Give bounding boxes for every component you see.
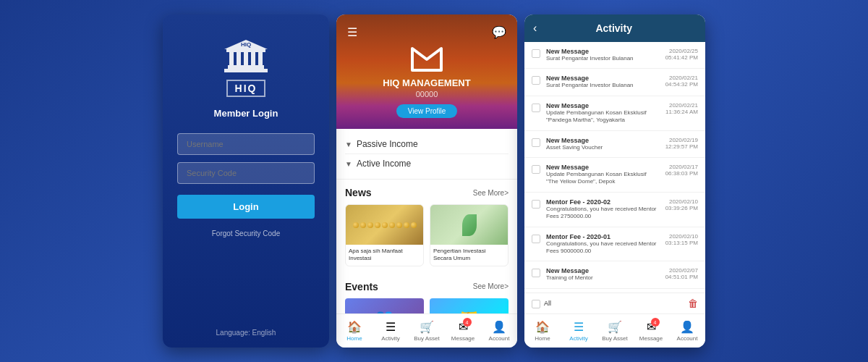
news-section: News See More> Apa saja sih Manfaat Inve… (336, 180, 517, 274)
nav-account[interactable]: 👤 Account (481, 319, 517, 343)
login-button[interactable]: Login (177, 195, 315, 219)
activity-list-item[interactable]: Mentor Fee - 2020-02 Congratulations, yo… (524, 193, 705, 227)
activity-list-item[interactable]: New Message Update Pembangunan Kosan Eks… (524, 158, 705, 193)
chat-icon[interactable]: 💬 (492, 25, 506, 39)
activity-header: ‹ Activity (524, 14, 705, 42)
coins-decoration (353, 222, 417, 228)
hamburger-icon[interactable]: ☰ (347, 25, 357, 39)
nav-home[interactable]: 🏠 Home (336, 319, 373, 343)
news-see-more-link[interactable]: See More> (473, 189, 509, 197)
activity-date-5: 2020/02/1003:39:26 PM (665, 198, 698, 211)
buy-asset-nav-label-2: Buy Asset (602, 335, 628, 342)
activity-desc-4: Update Pembangunan Kosan Eksklusif "The … (546, 171, 660, 186)
activity-checkbox-4[interactable] (532, 165, 540, 174)
activity-date-3: 2020/02/1912:29:57 PM (665, 137, 698, 150)
nav-home-activity[interactable]: 🏠 Home (524, 319, 561, 343)
back-button[interactable]: ‹ (533, 22, 537, 35)
activity-list-item[interactable]: New Message Training of Mentor 2020/02/0… (524, 261, 705, 288)
event-card-2[interactable]: 🤝 (430, 298, 509, 313)
news-section-title: News (345, 187, 372, 198)
events-section: Events See More> 👥 🤝 (336, 274, 517, 313)
forgot-security-link[interactable]: Forgot Security Code (212, 230, 281, 237)
news-section-header: News See More> (345, 187, 509, 198)
activity-type-5: Mentor Fee - 2020-02 (546, 198, 660, 206)
news-card-2[interactable]: Pengertian Investasi Secara Umum (430, 204, 509, 266)
activity-date-6: 2020/02/1003:13:15 PM (665, 233, 698, 246)
activity-checkbox-2[interactable] (532, 104, 540, 112)
activity-checkbox-0[interactable] (532, 49, 540, 58)
activity-checkbox-3[interactable] (532, 138, 540, 147)
nav-activity-active[interactable]: ☰ Activity (561, 319, 597, 343)
activity-checkbox-6[interactable] (532, 235, 540, 243)
buy-asset-nav-label: Buy Asset (414, 335, 440, 342)
activity-desc-6: Congratulations, you have received Mento… (546, 240, 660, 256)
activity-list-item[interactable]: New Message Surat Pengantar Investor Bul… (524, 42, 705, 69)
activity-checkbox-5[interactable] (532, 200, 540, 209)
account-nav-icon-2: 👤 (680, 320, 694, 334)
message-badge-2: 4 (651, 318, 660, 327)
all-label: All (544, 300, 551, 307)
event-card-1[interactable]: 👥 (345, 298, 424, 313)
activity-type-2: New Message (546, 102, 660, 109)
svg-rect-3 (237, 52, 241, 65)
news-card-1[interactable]: Apa saja sih Manfaat Investasi (345, 204, 424, 266)
income-section: ▼ Passive Income ▼ Active Income (336, 129, 517, 180)
activity-content-6: Mentor Fee - 2020-01 Congratulations, yo… (546, 233, 660, 256)
delete-icon[interactable]: 🗑 (688, 298, 698, 309)
activity-list-item[interactable]: New Message Asset Saving Voucher 2020/02… (524, 131, 705, 158)
activity-date-1: 2020/02/2104:54:32 PM (665, 75, 698, 88)
view-profile-button[interactable]: View Profile (396, 104, 458, 118)
active-income-item[interactable]: ▼ Active Income (345, 154, 509, 173)
activity-list-item[interactable]: New Message Update Pembangunan Kosan Eks… (524, 96, 705, 131)
activity-desc-2: Update Pembangunan Kosan Eksklusif "Pand… (546, 109, 660, 125)
company-name: HIQ MANAGEMENT (383, 77, 470, 88)
activity-desc-1: Surat Pengantar Investor Bulanan (546, 82, 660, 89)
login-form: Login (177, 133, 315, 219)
security-code-input[interactable] (177, 162, 315, 184)
event-image-2: 🤝 (460, 308, 478, 313)
activity-content-4: New Message Update Pembangunan Kosan Eks… (546, 164, 660, 186)
activity-list-item[interactable]: Mentor Fee - 2020-01 Congratulations, yo… (524, 227, 705, 262)
events-see-more-link[interactable]: See More> (473, 282, 509, 290)
activity-checkbox-1[interactable] (532, 76, 540, 85)
activity-type-3: New Message (546, 137, 660, 144)
svg-rect-4 (244, 52, 248, 65)
activity-list-item[interactable]: New Message Surat Pengantar Investor Bul… (524, 69, 705, 96)
home-bottom-nav: 🏠 Home ☰ Activity 🛒 Buy Asset ✉ 4 Messag… (336, 313, 517, 348)
activity-title: Activity (542, 22, 685, 34)
activity-content-1: New Message Surat Pengantar Investor Bul… (546, 75, 660, 89)
language-label: Language: English (216, 329, 276, 337)
activity-checkbox-7[interactable] (532, 269, 540, 277)
event-image-1: 👥 (375, 308, 393, 313)
activity-date-2: 2020/02/2111:36:24 AM (665, 102, 698, 115)
member-login-title: Member Login (214, 108, 278, 119)
nav-buy-asset-2[interactable]: 🛒 Buy Asset (597, 319, 633, 343)
events-grid: 👥 🤝 (345, 298, 509, 313)
hiq-logo: HIQ HIQ (221, 36, 271, 97)
activity-nav-label-2: Activity (569, 335, 587, 342)
nav-message[interactable]: ✉ 4 Message (445, 319, 481, 343)
select-all-checkbox[interactable] (532, 300, 540, 308)
message-badge: 4 (463, 318, 472, 327)
nav-buy-asset[interactable]: 🛒 Buy Asset (409, 319, 445, 343)
message-nav-label-2: Message (639, 335, 663, 342)
activity-content-5: Mentor Fee - 2020-02 Congratulations, yo… (546, 198, 660, 221)
activity-type-4: New Message (546, 164, 660, 171)
activity-type-0: New Message (546, 48, 660, 55)
news-title-1: Apa saja sih Manfaat Investasi (346, 245, 423, 266)
passive-income-item[interactable]: ▼ Passive Income (345, 135, 509, 154)
nav-message-2[interactable]: ✉ 4 Message (633, 319, 669, 343)
news-image-plant (430, 205, 508, 245)
activity-type-6: Mentor Fee - 2020-01 (546, 233, 660, 240)
username-input[interactable] (177, 133, 315, 155)
svg-text:HIQ: HIQ (241, 41, 251, 48)
active-income-label: Active Income (357, 159, 411, 169)
message-badge-container-2: ✉ 4 (647, 320, 656, 334)
nav-account-2[interactable]: 👤 Account (669, 319, 705, 343)
news-grid: Apa saja sih Manfaat Investasi Pengertia… (345, 204, 509, 266)
all-checkbox-area: All (532, 298, 688, 308)
nav-activity[interactable]: ☰ Activity (373, 319, 409, 343)
news-title-2: Pengertian Investasi Secara Umum (430, 245, 508, 266)
activity-type-1: New Message (546, 75, 660, 82)
buy-asset-nav-icon: 🛒 (420, 320, 434, 334)
